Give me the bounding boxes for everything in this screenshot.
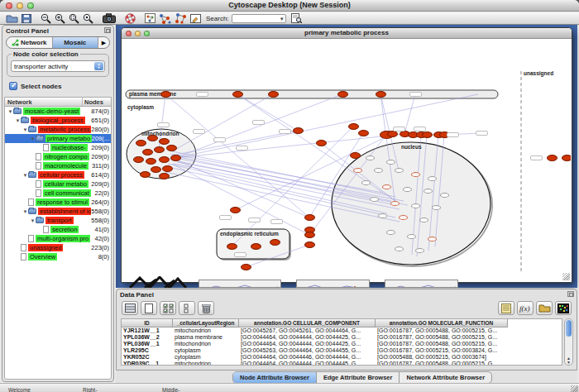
graph-node[interactable] <box>423 189 433 194</box>
tree-row-secretion[interactable]: secretion41(0) <box>5 225 111 234</box>
graph-node[interactable] <box>403 187 412 192</box>
node-label[interactable] <box>409 92 422 97</box>
tree-row-cellular-process[interactable]: ▼cellular process614(0) <box>5 170 111 179</box>
graph-node[interactable] <box>415 248 424 253</box>
app-resize-grip[interactable] <box>571 385 578 392</box>
graph-node[interactable] <box>316 140 327 146</box>
tree-row-cellular-metabo[interactable]: cellular metabo209(0) <box>5 179 111 189</box>
clear-icon[interactable] <box>141 301 157 315</box>
tree-row-metabolic-process[interactable]: ▼metabolic process280(0) <box>5 125 111 134</box>
graph-node[interactable] <box>160 91 171 98</box>
help-lifesaver-icon[interactable] <box>125 13 136 24</box>
table-scrollbar[interactable]: ▲▼ <box>564 318 573 366</box>
table-row-YKR052C[interactable]: YKR052Ccytoplasm[GO:0044464, GO:0044446,… <box>122 354 562 361</box>
graph-node[interactable] <box>270 239 280 246</box>
tree-row-primary-metabo[interactable]: ▼primary metabo209(... <box>5 134 111 143</box>
table-row-YDR039C__1[interactable]: YDR039C__1mitochondrion[GO:0044464, GO:0… <box>122 361 562 366</box>
graph-node[interactable] <box>361 180 371 185</box>
tree-row-biological-process[interactable]: ▼biological_process651(0) <box>5 116 111 125</box>
expander-icon[interactable]: ▼ <box>22 209 28 214</box>
tab-network[interactable]: Network <box>7 37 53 48</box>
graph-node[interactable] <box>366 155 375 160</box>
node-color-dropdown[interactable]: transporter activity ▲▼ <box>11 60 105 72</box>
view-close-button[interactable] <box>126 31 132 36</box>
tree-row-nucleobase-[interactable]: nucleobase-209(0) <box>5 143 111 152</box>
graph-node[interactable] <box>390 201 400 206</box>
search-config-icon[interactable] <box>291 13 302 24</box>
graph-node[interactable] <box>159 156 170 163</box>
tree-row-mosaic-demo-yeast[interactable]: ▼mosaic-demo-yeast874(0) <box>5 107 111 116</box>
graph-node[interactable] <box>146 158 156 165</box>
graph-node[interactable] <box>411 203 420 208</box>
graph-node[interactable] <box>395 168 404 173</box>
vizmapper-icon[interactable] <box>145 13 156 24</box>
tree-row-response-to-stimul[interactable]: response to stimul264(0) <box>5 198 111 207</box>
graph-node[interactable] <box>162 165 173 172</box>
graph-node[interactable] <box>386 230 395 235</box>
graph-node[interactable] <box>140 171 151 178</box>
open-icon[interactable] <box>6 13 18 24</box>
node-label[interactable] <box>193 129 205 134</box>
tree-row-nitrogen-compo[interactable]: nitrogen compo209(0) <box>5 152 111 161</box>
graph-node[interactable] <box>422 131 433 138</box>
zoom-fit-icon[interactable] <box>69 13 79 24</box>
node-label[interactable] <box>270 219 283 224</box>
graph-node[interactable] <box>304 214 315 221</box>
network-canvas[interactable]: plasma membranecytoplasmmitochondrionnuc… <box>122 40 571 281</box>
graph-node[interactable] <box>154 146 165 153</box>
graph-node[interactable] <box>232 91 243 98</box>
graph-node[interactable] <box>337 91 348 98</box>
tree-row-macromolecule[interactable]: macromolecule311(0) <box>5 161 111 170</box>
expander-icon[interactable]: ▼ <box>22 173 28 178</box>
graph-node[interactable] <box>159 138 170 145</box>
column-header-0[interactable]: ID <box>122 319 173 327</box>
graph-node[interactable] <box>395 246 404 251</box>
network-view-titlebar[interactable]: primary metabolic process <box>122 28 572 39</box>
import-folder-icon[interactable] <box>536 301 553 315</box>
node-label[interactable] <box>393 127 405 131</box>
view-minimize-button[interactable] <box>135 31 141 36</box>
graph-node[interactable] <box>304 232 315 238</box>
zoom-button[interactable] <box>27 2 34 9</box>
table-row-YPL036W__2[interactable]: YPL036W__2plasma membrane[GO:0044464, GO… <box>122 334 562 341</box>
trash-icon[interactable] <box>198 301 214 315</box>
search-dropdown-arrow[interactable]: ▼ <box>280 17 285 22</box>
graph-node[interactable] <box>151 166 161 173</box>
tab-node-attribute-browser[interactable]: Node Attribute Browser <box>233 372 317 383</box>
graph-node[interactable] <box>230 207 241 213</box>
node-label[interactable] <box>213 137 226 142</box>
graph-node[interactable] <box>432 205 441 210</box>
graph-node[interactable] <box>166 145 177 151</box>
tree-row-unassigned[interactable]: unassigned223(0) <box>5 243 111 252</box>
notes-icon[interactable] <box>498 301 514 315</box>
node-label[interactable] <box>530 155 543 160</box>
save-icon[interactable] <box>22 13 31 24</box>
annotation-icon[interactable] <box>190 13 201 24</box>
graph-node[interactable] <box>268 91 279 98</box>
minimize-button[interactable] <box>17 2 23 9</box>
graph-node[interactable] <box>428 237 437 241</box>
graph-node[interactable] <box>387 131 398 137</box>
column-header-3[interactable]: annotation.GO MOLECULAR_FUNCTION <box>376 319 508 327</box>
node-label[interactable] <box>414 127 426 131</box>
column-header-2[interactable]: annotation.GO CELLULAR_COMPONENT <box>239 319 376 327</box>
formula-icon[interactable]: f(x) <box>517 301 534 315</box>
tree-row-establishment-of-lo[interactable]: ▼establishment of lo558(0) <box>5 207 111 216</box>
minimized-window-thumbnail[interactable] <box>128 276 196 288</box>
zoom-in-icon[interactable] <box>55 13 65 24</box>
expander-icon[interactable]: ▼ <box>30 218 36 223</box>
node-label[interactable] <box>236 146 248 151</box>
select-nodes-checkbox[interactable] <box>9 82 17 90</box>
close-button[interactable] <box>6 2 12 9</box>
graph-node[interactable] <box>399 215 408 220</box>
table-row-YJR121W__1[interactable]: YJR121W__1mitochondrion[GO:0045267, GO:0… <box>122 327 562 334</box>
matrix-icon[interactable] <box>555 301 572 315</box>
graph-node[interactable] <box>348 123 359 130</box>
node-label[interactable] <box>447 132 459 137</box>
scrollbar-arrows[interactable]: ▲▼ <box>565 356 572 365</box>
table-row-YLR295C[interactable]: YLR295Ccytoplasm[GO:0045263, GO:0044464,… <box>122 347 562 354</box>
layout-network-icon-2[interactable] <box>175 13 187 24</box>
graph-node[interactable] <box>133 156 144 163</box>
zoom-selected-icon[interactable] <box>83 13 93 24</box>
graph-node[interactable] <box>419 218 428 222</box>
